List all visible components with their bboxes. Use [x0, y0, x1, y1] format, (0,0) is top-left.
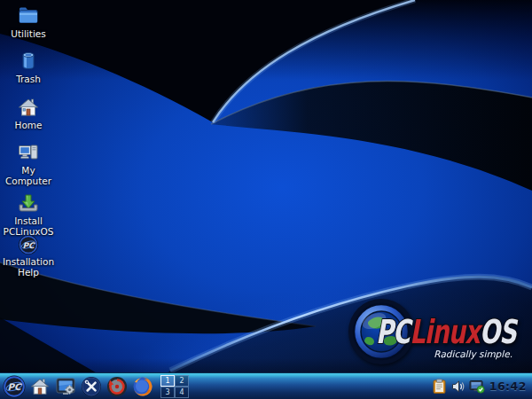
clipboard-icon	[433, 379, 446, 394]
desktop-pager: 1 2 3 4	[160, 375, 189, 398]
pager-desktop-1[interactable]: 1	[160, 375, 175, 387]
panel-clock[interactable]: 16:42	[489, 379, 527, 393]
desktop-icon-trash[interactable]: Trash	[0, 50, 57, 84]
logo-text-linux: Linux	[410, 313, 483, 351]
tray-volume[interactable]	[450, 378, 466, 395]
desktop-icon-my-computer[interactable]: My Computer	[0, 141, 57, 186]
home-icon	[29, 376, 51, 397]
display-settings-icon	[55, 376, 76, 397]
folder-icon	[17, 4, 40, 27]
pclinuxos-desktop: PCLinuxOS Radically simple. Utilities Tr…	[0, 0, 532, 399]
logo-text-pc: PC	[376, 313, 413, 351]
desktop-icon-label: Home	[14, 120, 42, 130]
desktop-icon-label: Installation Help	[0, 256, 57, 278]
launcher-display-settings[interactable]	[54, 375, 77, 398]
svg-text:PC: PC	[22, 241, 35, 250]
update-icon	[106, 376, 128, 397]
pager-desktop-3[interactable]: 3	[160, 387, 175, 398]
launcher-software-update[interactable]	[106, 375, 129, 398]
taskbar-panel: PC	[0, 372, 532, 399]
desktop-icon-home[interactable]: Home	[0, 96, 57, 130]
pclinuxos-menu-button[interactable]: PC	[3, 375, 26, 398]
svg-text:PC: PC	[7, 380, 22, 391]
speaker-icon	[451, 379, 465, 394]
home-icon	[17, 96, 40, 119]
network-status-icon	[469, 379, 485, 394]
launcher-home-folder[interactable]	[28, 375, 51, 398]
crossed-tools-icon	[81, 376, 102, 397]
pager-desktop-4[interactable]: 4	[175, 387, 189, 398]
install-icon	[17, 192, 40, 215]
desktop-icon-installation-help[interactable]: PC Installation Help	[0, 234, 57, 278]
pclinuxos-wallpaper-logo: PCLinuxOS Radically simple.	[344, 293, 525, 369]
logo-text-os: OS	[480, 313, 518, 351]
launcher-firefox[interactable]	[131, 375, 154, 398]
desktop-icon-utilities[interactable]: Utilities	[0, 4, 57, 39]
svg-text:PCLinuxOS: PCLinuxOS	[376, 313, 518, 351]
computer-icon	[17, 141, 40, 164]
desktop-icon-label: Trash	[16, 74, 41, 84]
tray-network[interactable]	[469, 378, 485, 395]
pager-desktop-2[interactable]: 2	[175, 375, 189, 387]
pclinuxos-help-icon: PC	[18, 234, 39, 255]
desktop-icon-label: My Computer	[0, 165, 57, 186]
desktop-icon-install-pclinuxos[interactable]: Install PCLinuxOS	[0, 192, 57, 237]
desktop-icon-label: Utilities	[11, 28, 46, 39]
trash-icon	[17, 50, 40, 73]
pclinuxos-menu-icon: PC	[3, 375, 26, 398]
firefox-icon	[132, 376, 153, 397]
tray-klipper[interactable]	[432, 378, 448, 395]
logo-tagline: Radically simple.	[434, 348, 512, 360]
launcher-control-center[interactable]	[80, 375, 103, 398]
